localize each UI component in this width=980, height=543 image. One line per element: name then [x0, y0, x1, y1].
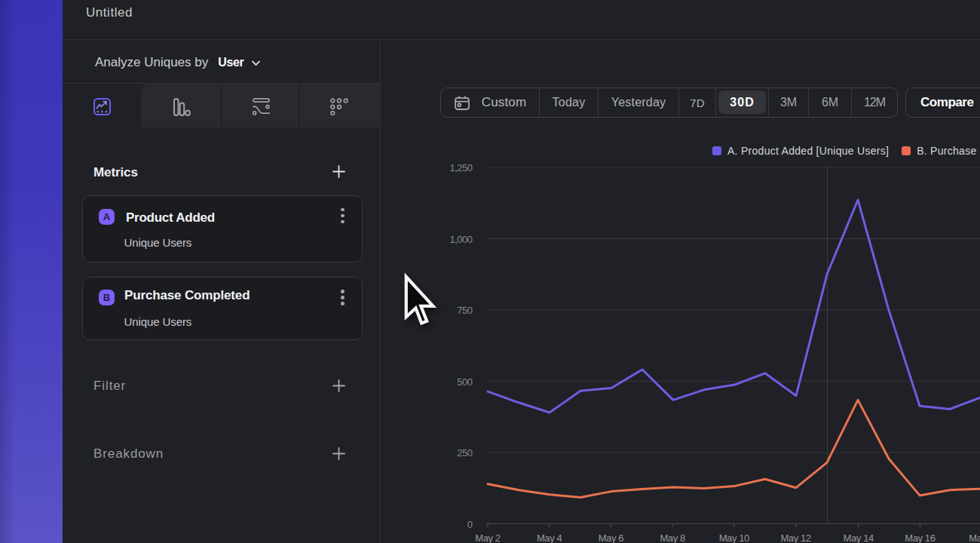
svg-text:1,000: 1,000: [449, 234, 472, 245]
svg-text:May 14: May 14: [844, 532, 874, 543]
svg-text:0: 0: [467, 519, 473, 530]
svg-text:May 2: May 2: [475, 532, 501, 543]
svg-text:1,250: 1,250: [449, 162, 472, 173]
svg-text:May 8: May 8: [660, 532, 685, 543]
svg-text:May 16: May 16: [905, 532, 935, 543]
svg-text:750: 750: [457, 305, 472, 316]
svg-text:May 4: May 4: [537, 532, 562, 543]
svg-text:May 6: May 6: [599, 532, 624, 543]
svg-text:May 10: May 10: [719, 532, 749, 543]
svg-text:May 1: May 1: [969, 532, 980, 543]
svg-text:May 12: May 12: [780, 532, 810, 543]
svg-text:500: 500: [457, 376, 472, 388]
svg-text:250: 250: [457, 447, 472, 459]
